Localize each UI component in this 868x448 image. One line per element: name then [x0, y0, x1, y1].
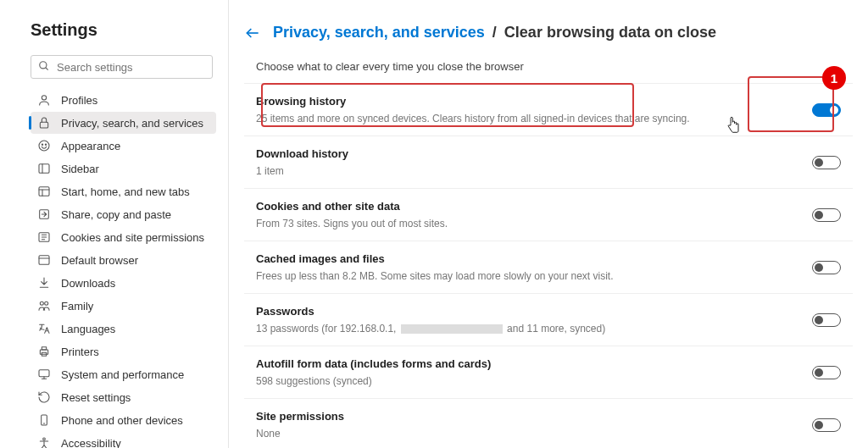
svg-rect-22: [42, 347, 46, 350]
svg-point-6: [45, 144, 46, 145]
sidebar-item-family[interactable]: Family: [31, 295, 216, 317]
toggle-switch[interactable]: [812, 156, 841, 169]
sidebar-item-label: Profiles: [61, 94, 97, 107]
system-icon: [37, 368, 51, 381]
breadcrumb-parent[interactable]: Privacy, search, and services: [273, 24, 485, 41]
browser-icon: [37, 253, 51, 267]
sidebar-item-label: Downloads: [61, 277, 115, 290]
row-title: Autofill form data (includes forms and c…: [256, 357, 491, 370]
annotation-badge: 1: [822, 66, 846, 90]
svg-rect-7: [39, 164, 49, 174]
sidebar-item-browser[interactable]: Default browser: [31, 249, 216, 271]
profile-icon: [37, 93, 51, 107]
sidebar-item-accessibility[interactable]: Accessibility: [31, 432, 216, 448]
sidebar-item-label: System and performance: [61, 368, 184, 381]
breadcrumb-separator: /: [488, 24, 501, 41]
sidebar-item-cookies[interactable]: Cookies and site permissions: [31, 226, 216, 248]
svg-point-2: [42, 96, 46, 100]
toggle-switch[interactable]: [812, 103, 841, 117]
toggle-switch[interactable]: [812, 313, 841, 327]
setting-row: Cached images and filesFrees up less tha…: [244, 241, 853, 294]
svg-point-5: [42, 144, 42, 145]
svg-point-4: [39, 141, 49, 151]
setting-row: Download history1 item: [244, 136, 853, 189]
search-box[interactable]: [31, 55, 213, 79]
lock-icon: [37, 116, 51, 130]
row-title: Browsing history: [256, 95, 690, 108]
sidebar-item-share[interactable]: Share, copy and paste: [31, 203, 216, 225]
row-title: Cookies and other site data: [256, 200, 448, 213]
sidebar-item-home[interactable]: Start, home, and new tabs: [31, 180, 216, 202]
row-title: Download history: [256, 147, 348, 160]
phone-icon: [37, 413, 51, 427]
sidebar-item-label: Share, copy and paste: [61, 208, 171, 221]
sidebar-item-label: Accessibility: [61, 437, 121, 449]
svg-point-29: [43, 438, 46, 440]
clear-data-rows: Browsing history25 items and more on syn…: [244, 83, 853, 448]
sidebar-item-appearance[interactable]: Appearance: [31, 135, 216, 157]
row-description: 25 items and more on synced devices. Cle…: [256, 113, 690, 124]
sidebar-item-label: Family: [61, 300, 93, 312]
search-input[interactable]: [55, 60, 205, 75]
row-description: From 73 sites. Signs you out of most sit…: [256, 218, 448, 230]
setting-row: Passwords13 passwords (for 192.168.0.1, …: [244, 294, 853, 346]
svg-point-19: [40, 301, 43, 305]
redacted-text: [401, 324, 503, 334]
sidebar-item-label: Appearance: [61, 140, 120, 152]
row-description: 1 item: [256, 165, 348, 177]
accessibility-icon: [37, 436, 51, 448]
sidebar-item-phone[interactable]: Phone and other devices: [31, 409, 216, 431]
sidebar-item-label: Reset settings: [61, 391, 131, 404]
settings-sidebar: Settings ProfilesPrivacy, search, and se…: [0, 0, 229, 448]
row-description: 13 passwords (for 192.168.0.1, and 11 mo…: [256, 323, 605, 335]
breadcrumb-current: Clear browsing data on close: [504, 24, 716, 41]
sidebar-item-label: Languages: [61, 323, 115, 335]
toggle-switch[interactable]: [812, 418, 841, 432]
sidebar-item-label: Phone and other devices: [61, 414, 183, 427]
setting-row: Browsing history25 items and more on syn…: [244, 84, 853, 136]
svg-rect-24: [39, 370, 49, 377]
svg-rect-3: [40, 122, 47, 128]
printer-icon: [37, 345, 51, 358]
svg-line-1: [46, 67, 48, 69]
breadcrumb: Privacy, search, and services / Clear br…: [244, 24, 853, 41]
sidebar-item-languages[interactable]: Languages: [31, 318, 216, 340]
svg-point-0: [40, 61, 47, 68]
sidebar-item-sidebar[interactable]: Sidebar: [31, 158, 216, 180]
page-subtitle: Choose what to clear every time you clos…: [244, 60, 853, 73]
svg-rect-21: [40, 350, 47, 354]
settings-title: Settings: [31, 20, 216, 40]
sidebar-item-system[interactable]: System and performance: [31, 363, 216, 385]
sidebar-item-label: Privacy, search, and services: [61, 117, 203, 130]
share-icon: [37, 207, 51, 221]
sidebar-item-reset[interactable]: Reset settings: [31, 386, 216, 408]
languages-icon: [37, 322, 51, 335]
family-icon: [37, 299, 51, 312]
sidebar-item-label: Printers: [61, 346, 99, 358]
main-content: Privacy, search, and services / Clear br…: [229, 0, 868, 448]
row-title: Passwords: [256, 305, 605, 318]
home-icon: [37, 185, 51, 198]
sidebar-item-printer[interactable]: Printers: [31, 340, 216, 362]
back-arrow-icon[interactable]: [244, 25, 261, 41]
row-description: 598 suggestions (synced): [256, 375, 491, 387]
sidebar-item-label: Start, home, and new tabs: [61, 185, 190, 198]
setting-row: Site permissionsNone: [244, 399, 853, 448]
row-title: Cached images and files: [256, 252, 614, 265]
appearance-icon: [37, 139, 51, 152]
row-description: None: [256, 428, 344, 440]
sidebar-item-lock[interactable]: Privacy, search, and services: [31, 112, 216, 134]
sidebar-item-label: Sidebar: [61, 163, 99, 175]
settings-nav: ProfilesPrivacy, search, and servicesApp…: [31, 89, 216, 448]
sidebar-item-download[interactable]: Downloads: [31, 272, 216, 294]
setting-row: Cookies and other site dataFrom 73 sites…: [244, 189, 853, 241]
toggle-switch[interactable]: [812, 366, 841, 379]
row-title: Site permissions: [256, 410, 344, 423]
cookies-icon: [37, 230, 51, 244]
toggle-switch[interactable]: [812, 261, 841, 274]
toggle-switch[interactable]: [812, 208, 841, 222]
svg-rect-9: [39, 187, 49, 196]
sidebar-icon: [37, 162, 51, 175]
sidebar-item-label: Default browser: [61, 254, 138, 267]
sidebar-item-profile[interactable]: Profiles: [31, 89, 216, 111]
